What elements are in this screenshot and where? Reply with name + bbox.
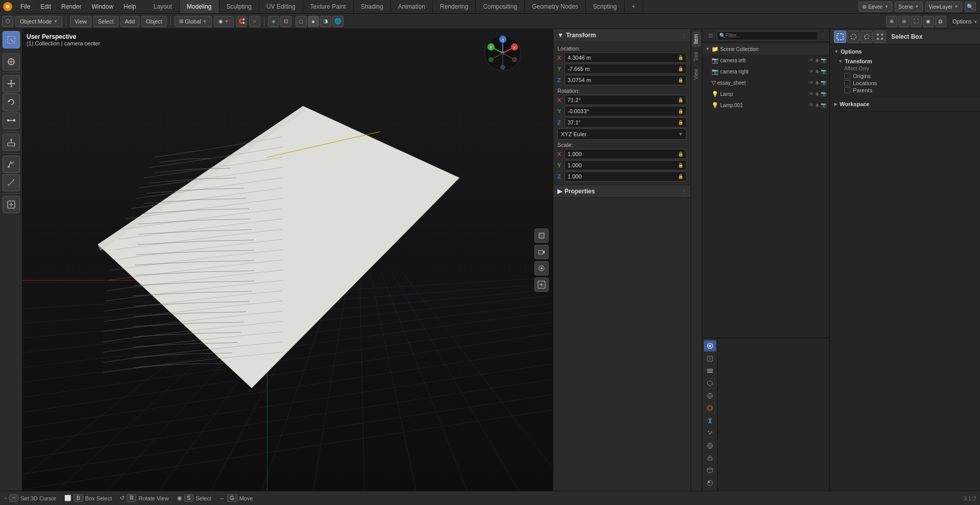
viewport-perspective-btn[interactable] (534, 229, 549, 243)
tab-compositing[interactable]: Compositing (476, 0, 525, 13)
select-lasso-tool-btn[interactable] (861, 31, 873, 43)
rotation-x-field[interactable]: 71.2° 🔒 (565, 95, 687, 105)
overlay-toggle[interactable]: ◈ (268, 16, 279, 27)
locations-checkbox[interactable] (844, 80, 850, 86)
tab-shading[interactable]: Shading (354, 0, 391, 13)
menu-edit[interactable]: Edit (35, 0, 56, 13)
transform-global-selector[interactable]: ⊞ Global ▼ (175, 16, 212, 27)
rotation-y-field[interactable]: -0.0033° 🔒 (565, 106, 687, 116)
essay-sheet-visibility[interactable]: 👁 (809, 80, 814, 85)
parents-checkbox[interactable] (844, 87, 850, 93)
object-menu[interactable]: Object (141, 16, 167, 27)
tool-annotate[interactable] (3, 156, 20, 173)
rendered-shade[interactable]: 🌐 (332, 16, 344, 27)
transform-options-icon[interactable]: ⋮ (681, 33, 687, 38)
menu-file[interactable]: File (15, 0, 35, 13)
menu-help[interactable]: Help (118, 0, 141, 13)
outliner-item-essay-sheet[interactable]: ▽ essay_sheet 👁 ◉ 📷 (702, 77, 829, 88)
camera-left-select[interactable]: ◉ (815, 58, 819, 63)
prop-icon-constraints[interactable] (704, 452, 716, 464)
overlays-toggle[interactable]: ⊛ (898, 16, 910, 27)
location-y-field[interactable]: -7.665 m 🔒 (565, 64, 687, 74)
viewport-3d[interactable]: User Perspective (1) Collection | camera… (22, 29, 553, 491)
outliner-item-camera-left[interactable]: 📷 camera left 👁 ◉ 📷 (702, 55, 829, 66)
snap-btn[interactable]: 🧲 (236, 16, 247, 27)
object-mode-selector[interactable]: Object Mode ▼ (15, 16, 62, 27)
outliner-item-lamp-001[interactable]: 💡 Lamp.001 👁 ◉ 📷 (702, 99, 829, 111)
location-z-field[interactable]: 3.0754 m 🔒 (565, 75, 687, 85)
material-preview[interactable]: ◉ (923, 16, 934, 27)
outliner-item-lamp[interactable]: 💡 Lamp 👁 ◉ 📷 (702, 88, 829, 99)
transform-sub-header[interactable]: ▼ Transform (838, 57, 976, 66)
transform-header[interactable]: ▼ Transform ⋮ (553, 29, 691, 41)
viewport-scene-btn[interactable] (534, 277, 549, 292)
essay-sheet-select[interactable]: ◉ (815, 80, 819, 85)
location-x-field[interactable]: 4.3046 m 🔒 (565, 53, 687, 63)
outliner-search-input[interactable] (725, 33, 816, 38)
outliner-item-camera-right[interactable]: 📷 camera right 👁 ◉ 📷 (702, 66, 829, 77)
tab-geometry-nodes[interactable]: Geometry Nodes (525, 0, 586, 13)
gizmo-toggle[interactable]: ⊕ (886, 16, 897, 27)
camera-right-select[interactable]: ◉ (815, 69, 819, 74)
tab-rendering[interactable]: Rendering (433, 0, 476, 13)
tab-layout[interactable]: Layout (146, 0, 180, 13)
prop-icon-view-layer[interactable] (704, 365, 716, 376)
select-box-tool-btn[interactable] (834, 31, 846, 43)
search-button[interactable]: 🔍 (965, 2, 976, 12)
navigation-gizmo[interactable]: X Y Z (484, 34, 522, 72)
add-menu[interactable]: Add (120, 16, 140, 27)
outliner-search-box[interactable]: 🔍 (717, 31, 818, 40)
essay-sheet-render[interactable]: 📷 (821, 80, 826, 85)
proportional-edit-btn[interactable]: ○ (249, 16, 260, 27)
solid-shade[interactable]: ● (308, 16, 319, 27)
prop-icon-data[interactable] (704, 465, 716, 476)
tool-measure[interactable] (3, 174, 20, 191)
outliner-scene-collection[interactable]: ▼ 📁 Scene Collection (702, 43, 829, 55)
prop-icon-modifier[interactable] (704, 415, 716, 426)
viewport-camera-btn[interactable] (534, 245, 549, 259)
prop-icon-particles[interactable] (704, 427, 716, 439)
menu-render[interactable]: Render (56, 0, 86, 13)
prop-icon-object[interactable] (704, 402, 716, 414)
wireframe-shade[interactable]: □ (296, 16, 307, 27)
prop-icon-world[interactable] (704, 390, 716, 401)
rotation-z-field[interactable]: 37.1° 🔒 (565, 117, 687, 128)
tab-add-workspace[interactable]: + (625, 0, 643, 13)
prop-icon-output[interactable] (704, 352, 716, 364)
engine-selector[interactable]: ⚙ Eevee ▼ (859, 2, 892, 12)
camera-right-render[interactable]: 📷 (821, 69, 826, 74)
prop-icon-scene[interactable] (704, 377, 716, 389)
properties-header[interactable]: ▶ Properties ⋮ (553, 185, 691, 197)
select-extra-tool-btn[interactable] (874, 31, 886, 43)
camera-right-visibility[interactable]: 👁 (809, 69, 814, 74)
lamp-render[interactable]: 📷 (821, 91, 826, 96)
properties-options-icon[interactable]: ⋮ (681, 189, 687, 194)
lamp-001-render[interactable]: 📷 (821, 103, 826, 108)
view-layer-selector[interactable]: ViewLayer ▼ (925, 2, 962, 12)
n-tab-tool[interactable]: Tool (692, 49, 701, 64)
lamp-001-select[interactable]: ◉ (815, 103, 819, 108)
n-tab-item[interactable]: Item (692, 31, 701, 47)
scene-options[interactable]: ⛶ (911, 16, 922, 27)
pivot-selector[interactable]: ◉ ▼ (214, 16, 234, 27)
tab-modeling[interactable]: Modeling (180, 0, 219, 13)
select-menu[interactable]: Select (93, 16, 118, 27)
tool-add[interactable] (3, 196, 20, 213)
options-header[interactable]: ▼ Options (834, 46, 976, 57)
scene-selector[interactable]: Scene ▼ (895, 2, 922, 12)
rendered-viewport[interactable]: ◍ (935, 16, 946, 27)
lamp-visibility[interactable]: 👁 (809, 91, 814, 96)
tab-uv-editing[interactable]: UV Editing (259, 0, 303, 13)
tab-texture-paint[interactable]: Texture Paint (303, 0, 354, 13)
scale-y-field[interactable]: 1.000 🔒 (565, 160, 687, 170)
tool-move[interactable] (3, 75, 20, 92)
workspace-header[interactable]: ▶ Workspace (834, 99, 976, 109)
lamp-001-visibility[interactable]: 👁 (809, 103, 814, 108)
tab-animation[interactable]: Animation (391, 0, 433, 13)
material-shade[interactable]: ◑ (320, 16, 331, 27)
view-menu[interactable]: View (70, 16, 91, 27)
tool-rotate[interactable] (3, 93, 20, 111)
scale-x-field[interactable]: 1.000 🔒 (565, 149, 687, 159)
tool-select[interactable] (3, 31, 20, 48)
scale-z-field[interactable]: 1.000 🔒 (565, 171, 687, 182)
